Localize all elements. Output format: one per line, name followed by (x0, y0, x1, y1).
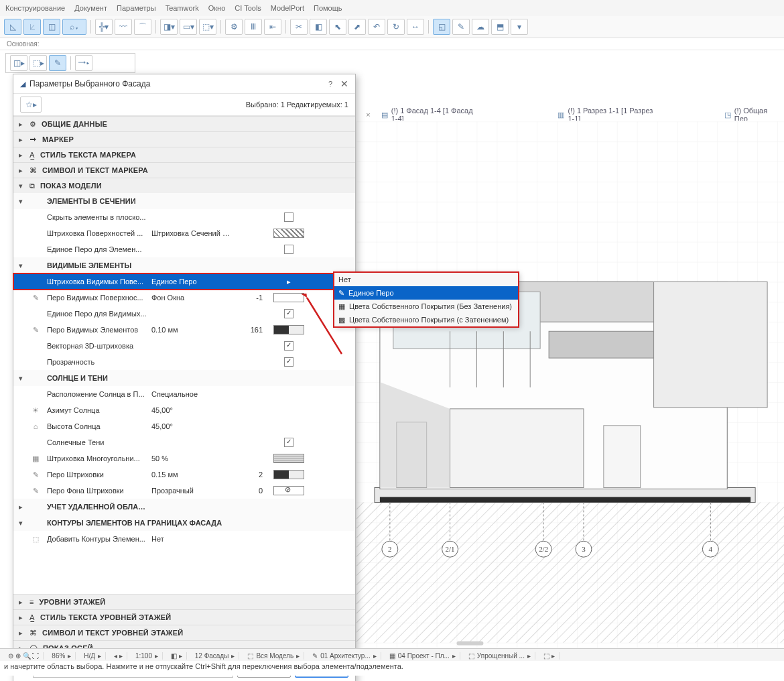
group-header[interactable]: ▾ЭЛЕМЕНТЫ В СЕЧЕНИИ (13, 193, 355, 209)
tool-icon[interactable]: ⟀ (23, 19, 41, 35)
chevron-right-icon[interactable]: ▸ (287, 277, 291, 286)
menu-item[interactable]: Окно (208, 4, 226, 12)
drawing-canvas[interactable]: 2 2/1 2/2 3 4 (356, 121, 784, 650)
dropdown-item[interactable]: ▩Цвета Собственного Покрытия (с Затенени… (334, 313, 518, 326)
param-row[interactable]: Единое Перо для Видимых... (13, 306, 355, 322)
section-toggle[interactable]: ▾⧉ПОКАЗ МОДЕЛИ (13, 178, 355, 193)
tool-icon[interactable]: ⌕▾ (62, 19, 86, 35)
section-toggle[interactable]: ▸⚙ОБЩИЕ ДАННЫЕ (13, 116, 355, 131)
tool-icon[interactable]: ↶ (368, 19, 385, 35)
group-header[interactable]: ▸УЧЕТ УДАЛЕННОЙ ОБЛАСТИ (13, 499, 355, 515)
menu-item[interactable]: Документ (74, 4, 107, 12)
svg-rect-13 (450, 409, 584, 488)
dialog-titlebar[interactable]: ◢ Параметры Выбранного Фасада ? ✕ (13, 74, 355, 94)
tab-close-icon[interactable]: × (366, 111, 370, 119)
svg-text:2: 2 (388, 545, 391, 553)
param-row[interactable]: Единое Перо для Элемен... (13, 241, 355, 257)
cut-icon[interactable]: ✂ (290, 19, 308, 35)
param-row[interactable]: ✎Перо Фона ШтриховкиПрозрачный0⊘ (13, 483, 355, 499)
tool-icon[interactable]: 〰 (115, 19, 132, 35)
tool-icon[interactable]: ⌒ (134, 19, 151, 35)
tool-icon[interactable]: ◨▾ (160, 19, 178, 35)
tool-icon[interactable]: ◫ (43, 19, 60, 35)
nav-arrows[interactable]: ◂ ▸ (110, 652, 127, 660)
tool-icon[interactable]: ⬒ (491, 19, 509, 35)
tool-icon[interactable]: ◺ (4, 19, 21, 35)
param-row[interactable]: Векторная 3D-штриховка (13, 338, 355, 354)
param-row[interactable]: ⌂Высота Солнца45,00° (13, 418, 355, 434)
section-toggle[interactable]: ▸⌘СИМВОЛ И ТЕКСТ УРОВНЕЙ ЭТАЖЕЙ (13, 625, 355, 640)
mode-icon[interactable]: ⬚▸ (29, 55, 47, 71)
hatch-swatch[interactable] (273, 229, 304, 238)
zoom-tools[interactable]: ⊖ ⊕ 🔍 ⛶ (4, 652, 44, 660)
param-row[interactable]: ☀Азимут Солнца45,00° (13, 402, 355, 418)
favorite-icon[interactable]: ☆▸ (20, 97, 42, 113)
tool-icon[interactable]: ↔ (407, 19, 424, 35)
section-icon: ⌘ (29, 629, 37, 637)
dropdown-item[interactable]: ▦Цвета Собственного Покрытия (Без Затене… (334, 300, 518, 313)
status-bar: ⊖ ⊕ 🔍 ⛶ 86% ▸ Н/Д ▸ ◂ ▸ 1:100 ▸ ◧ ▸ 12 Ф… (0, 648, 784, 662)
param-row-visible-fill[interactable]: Штриховка Видимых Пове...Единое Перо▸ (13, 273, 355, 290)
checkbox[interactable] (284, 309, 293, 318)
group-header[interactable]: ▾КОНТУРЫ ЭЛЕМЕНТОВ НА ГРАНИЦАХ ФАСАДА (13, 515, 355, 531)
param-row[interactable]: Расположение Солнца в П...Специальное (13, 386, 355, 402)
pen-swatch[interactable] (273, 470, 304, 479)
dropdown-item[interactable]: Нет (334, 273, 518, 286)
tool-icon[interactable]: ▭▾ (180, 19, 197, 35)
pen-swatch[interactable] (273, 325, 304, 334)
menu-item[interactable]: CI Tools (235, 4, 261, 12)
tool-icon[interactable]: ☁ (472, 19, 489, 35)
arrow-icon[interactable]: ⭢▸ (75, 55, 92, 71)
param-row[interactable]: Скрыть элементы в плоско... (13, 209, 355, 225)
section-toggle[interactable]: ▸A̲СТИЛЬ ТЕКСТА УРОВНЕЙ ЭТАЖЕЙ (13, 609, 355, 625)
group-header[interactable]: ▾ВИДИМЫЕ ЭЛЕМЕНТЫ (13, 257, 355, 273)
display-mode[interactable]: ◧ ▸ (167, 652, 187, 660)
param-row[interactable]: Штриховка Поверхностей ...Штриховка Сече… (13, 225, 355, 241)
help-icon[interactable]: ? (328, 80, 332, 88)
section-toggle[interactable]: ▸⌘СИМВОЛ И ТЕКСТ МАРКЕРА (13, 162, 355, 178)
close-icon[interactable]: ✕ (340, 78, 348, 89)
edit-icon[interactable]: ✎ (452, 19, 470, 35)
menu-item[interactable]: Teamwork (166, 4, 199, 12)
tool-icon[interactable]: Ⅲ (245, 19, 262, 35)
tool-icon[interactable]: ⬉ (329, 19, 346, 35)
tool-icon[interactable]: ▾ (511, 19, 528, 35)
app-icon: ◢ (20, 80, 25, 88)
checkbox[interactable] (284, 438, 293, 447)
menu-item[interactable]: Параметры (117, 4, 156, 12)
param-row[interactable]: ✎Перо Видимых Поверхнос...Фон Окна-1 (13, 290, 355, 306)
param-row[interactable]: ⬚Добавить Контуры Элемен...Нет (13, 531, 355, 547)
param-row[interactable]: ✎Перо Штриховки0.15 мм2 (13, 467, 355, 483)
tool-icon[interactable]: ↻ (387, 19, 405, 35)
checkbox[interactable] (284, 245, 293, 254)
tool-icon[interactable]: ⬈ (348, 19, 366, 35)
pen-swatch[interactable] (273, 293, 304, 302)
document-tabs: × ▤(!) 1 Фасад 1-4 [1 Фасад 1-4] ▥(!) 1 … (355, 107, 784, 122)
tool-icon[interactable]: ⬚▾ (199, 19, 216, 35)
mode-icon[interactable]: ◫▸ (10, 55, 27, 71)
tool-icon[interactable]: ◧ (310, 19, 327, 35)
group-header[interactable]: ▾СОЛНЦЕ И ТЕНИ (13, 370, 355, 386)
menu-item[interactable]: Помощь (314, 4, 342, 12)
zoom-level[interactable]: 86% ▸ (48, 652, 76, 660)
grid-icon[interactable]: ╬▾ (95, 19, 113, 35)
tool-icon[interactable]: ◱ (433, 19, 450, 35)
section-toggle[interactable]: ▸A̲СТИЛЬ ТЕКСТА МАРКЕРА (13, 147, 355, 162)
checkbox[interactable] (284, 357, 293, 367)
param-row[interactable]: Прозрачность (13, 354, 355, 370)
ruler-icon[interactable]: ⇤ (264, 19, 281, 35)
param-row[interactable]: ✎Перо Видимых Элементов0.10 мм161 (13, 322, 355, 338)
checkbox[interactable] (284, 341, 293, 351)
dropdown-item[interactable]: ✎Единое Перо (334, 286, 518, 300)
checkbox[interactable] (284, 212, 293, 222)
param-row[interactable]: ▦Штриховка Многоугольни...50 % (13, 450, 355, 467)
menu-item[interactable]: ModelPort (271, 4, 304, 12)
section-icon: ⧉ (29, 182, 35, 190)
mode-icon[interactable]: ✎ (49, 55, 66, 71)
param-row[interactable]: Солнечные Тени (13, 434, 355, 450)
tool-icon[interactable]: ⚙ (225, 19, 243, 35)
hatch-swatch[interactable] (273, 454, 304, 463)
section-toggle[interactable]: ▸≡УРОВНИ ЭТАЖЕЙ (13, 594, 355, 609)
section-toggle[interactable]: ▸⮕МАРКЕР (13, 131, 355, 147)
menu-item[interactable]: Конструирование (5, 4, 65, 12)
